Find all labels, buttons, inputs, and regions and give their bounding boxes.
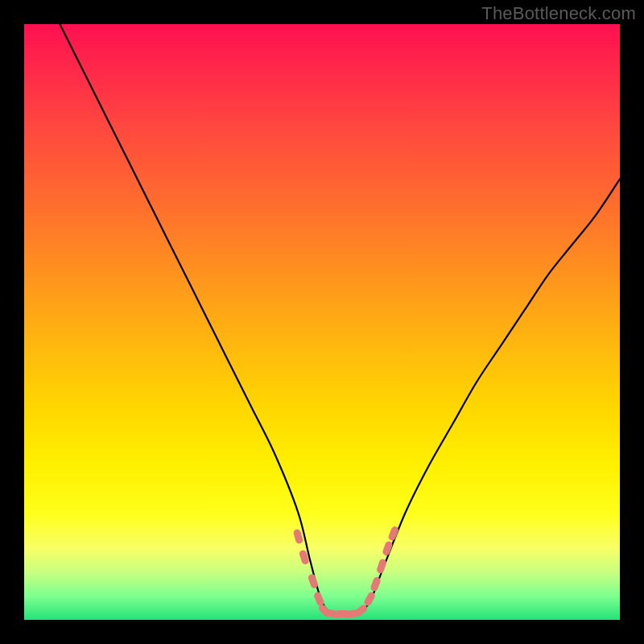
watermark-text: TheBottleneck.com [481,3,636,24]
chart-overlay [24,24,620,620]
bottleneck-curve [60,24,620,615]
marker-group [293,526,400,619]
curve-marker [376,558,387,574]
chart-frame: TheBottleneck.com [0,0,644,644]
curve-path [60,24,620,615]
curve-marker [387,526,399,542]
curve-marker [293,529,304,545]
